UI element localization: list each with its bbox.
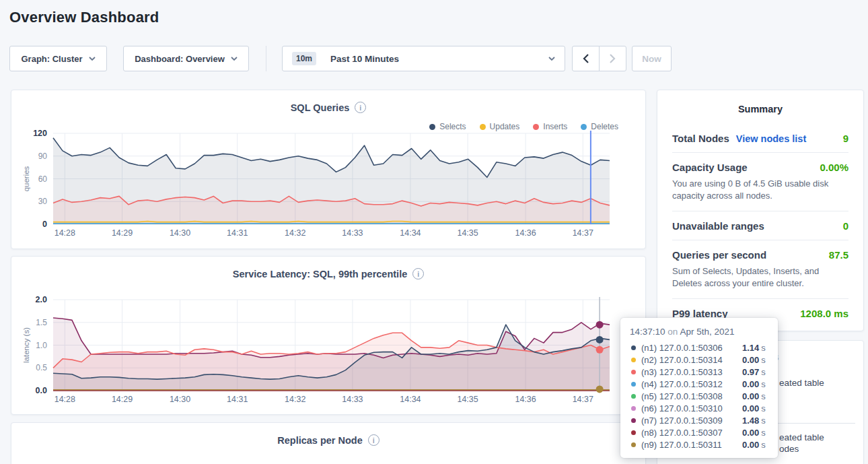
svg-text:14:33: 14:33: [342, 395, 363, 404]
sql-queries-card: SQL Queries i SelectsUpdatesInsertsDelet…: [11, 90, 646, 249]
svg-text:14:31: 14:31: [227, 228, 248, 238]
svg-text:2.0: 2.0: [36, 295, 47, 304]
unavailable-ranges-value: 0: [843, 220, 848, 232]
info-icon[interactable]: i: [355, 102, 366, 113]
svg-text:14:37: 14:37: [573, 395, 593, 404]
info-icon[interactable]: i: [368, 434, 379, 446]
tooltip-node-row: (n3) 127.0.0.1:503130.97s: [630, 366, 768, 378]
dashboard-dropdown[interactable]: Dashboard: Overview: [123, 46, 249, 71]
unavailable-ranges-label: Unavailable ranges: [672, 220, 764, 232]
page-title: Overview Dashboard: [9, 9, 159, 26]
service-latency-title: Service Latency: SQL, 99th percentile i: [11, 257, 645, 279]
graph-dropdown[interactable]: Graph: Cluster: [9, 46, 107, 71]
chart-title-text: Service Latency: SQL, 99th percentile: [233, 269, 408, 279]
summary-title: Summary: [672, 104, 848, 114]
node-latency-value: 0.00: [742, 428, 759, 438]
view-nodes-list-link[interactable]: View nodes list: [736, 133, 807, 144]
total-nodes-value: 9: [843, 133, 848, 144]
tooltip-node-row: (n9) 127.0.0.1:503110.00s: [630, 438, 768, 451]
node-color-dot-icon: [631, 394, 636, 399]
node-latency-value: 1.48: [742, 416, 759, 426]
node-color-dot-icon: [631, 345, 636, 350]
chart-title-text: SQL Queries: [291, 102, 350, 113]
tooltip-on-word: on: [667, 327, 680, 337]
latency-unit: s: [761, 355, 766, 365]
toolbar-divider: [266, 46, 266, 71]
svg-text:14:33: 14:33: [342, 228, 363, 238]
sql-queries-chart[interactable]: 030609012014:2814:2914:3014:3114:3214:33…: [21, 127, 637, 242]
latency-unit: s: [761, 416, 766, 426]
svg-text:14:35: 14:35: [457, 228, 478, 238]
tooltip-node-row: (n7) 127.0.0.1:503091.48s: [630, 414, 768, 426]
overview-dashboard-page: { "page": { "title": "Overview Dashboard…: [0, 0, 868, 464]
service-latency-chart[interactable]: 0.00.51.01.52.014:2814:2914:3014:3114:32…: [21, 293, 637, 409]
node-color-dot-icon: [631, 382, 636, 387]
summary-row-total-nodes: Total Nodes View nodes list 9: [672, 124, 848, 152]
svg-text:14:36: 14:36: [515, 228, 536, 238]
node-latency-value: 0.00: [742, 440, 759, 450]
node-address: (n6) 127.0.0.1:50310: [641, 403, 742, 413]
svg-text:14:29: 14:29: [112, 395, 133, 404]
node-address: (n7) 127.0.0.1:50309: [641, 416, 742, 426]
replicas-per-node-title: Replicas per Node i: [11, 423, 645, 446]
time-range-label: Past 10 Minutes: [330, 54, 399, 64]
prev-time-button[interactable]: [572, 46, 600, 71]
svg-text:1.5: 1.5: [36, 318, 47, 327]
now-button[interactable]: Now: [632, 46, 672, 71]
tooltip-node-row: (n1) 127.0.0.1:503061.14s: [630, 341, 768, 354]
svg-text:90: 90: [38, 152, 48, 161]
node-address: (n9) 127.0.0.1:50311: [641, 440, 742, 450]
tooltip-time: 14:37:10: [630, 327, 665, 337]
svg-text:120: 120: [33, 129, 47, 138]
latency-unit: s: [761, 403, 766, 413]
node-latency-value: 1.14: [742, 343, 759, 353]
svg-text:14:34: 14:34: [400, 228, 421, 238]
node-address: (n2) 127.0.0.1:50314: [641, 355, 742, 365]
summary-row-qps: Queries per second 87.5 Sum of Selects, …: [672, 240, 848, 298]
chart-title-text: Replicas per Node: [277, 435, 363, 446]
svg-text:14:28: 14:28: [55, 228, 75, 238]
chart-hover-tooltip: 14:37:10 on Apr 5th, 2021 (n1) 127.0.0.1…: [620, 318, 778, 458]
svg-text:queries: queries: [22, 166, 30, 191]
latency-unit: s: [761, 391, 766, 401]
tooltip-node-row: (n8) 127.0.0.1:503070.00s: [630, 426, 768, 438]
svg-text:0: 0: [42, 220, 47, 229]
chevron-right-icon: [610, 54, 616, 63]
event-text-fragment: eated table: [779, 378, 824, 388]
sql-queries-title: SQL Queries i: [11, 90, 645, 113]
node-latency-value: 0.97: [742, 367, 759, 377]
chevron-left-icon: [583, 54, 589, 63]
svg-text:14:32: 14:32: [285, 395, 305, 404]
tooltip-date: Apr 5th, 2021: [680, 327, 734, 337]
chevron-down-icon: [548, 57, 555, 61]
node-latency-value: 0.00: [742, 355, 759, 365]
time-range-dropdown[interactable]: 10m Past 10 Minutes: [282, 46, 565, 71]
info-icon[interactable]: i: [412, 268, 424, 279]
svg-text:14:32: 14:32: [285, 228, 305, 238]
replicas-per-node-card: Replicas per Node i: [11, 422, 646, 464]
service-latency-card: Service Latency: SQL, 99th percentile i …: [11, 256, 646, 415]
summary-row-capacity: Capacity Usage 0.00% You are using 0 B o…: [672, 152, 848, 211]
svg-text:latency (s): latency (s): [22, 327, 30, 363]
tooltip-node-row: (n5) 127.0.0.1:503080.00s: [630, 390, 768, 402]
node-color-dot-icon: [631, 370, 636, 374]
now-button-label: Now: [642, 54, 661, 64]
svg-text:60: 60: [38, 174, 48, 184]
svg-text:14:28: 14:28: [55, 395, 75, 404]
qps-subtext: Sum of Selects, Updates, Inserts, and De…: [672, 265, 848, 290]
svg-text:30: 30: [38, 197, 48, 206]
node-color-dot-icon: [631, 406, 636, 411]
time-range-badge: 10m: [292, 52, 316, 65]
qps-value: 87.5: [829, 249, 848, 261]
latency-unit: s: [761, 343, 766, 353]
node-address: (n3) 127.0.0.1:50313: [641, 367, 742, 377]
next-time-button[interactable]: [599, 46, 626, 71]
svg-text:14:37: 14:37: [573, 228, 593, 238]
svg-text:14:36: 14:36: [515, 395, 536, 404]
total-nodes-label: Total Nodes: [672, 133, 729, 144]
node-address: (n4) 127.0.0.1:50312: [641, 379, 742, 389]
svg-text:14:31: 14:31: [227, 395, 248, 404]
tooltip-timestamp: 14:37:10 on Apr 5th, 2021: [630, 327, 768, 337]
summary-row-unavailable-ranges: Unavailable ranges 0: [672, 211, 848, 240]
latency-unit: s: [761, 440, 766, 450]
